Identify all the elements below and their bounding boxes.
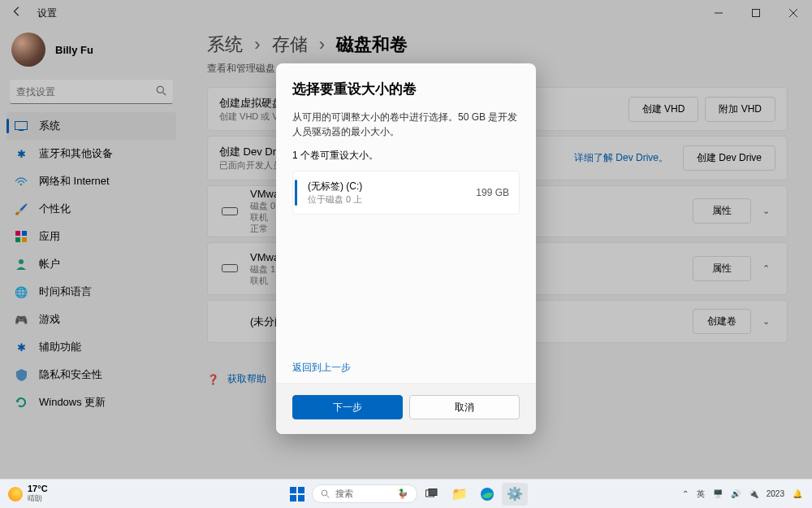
volume-location: 位于磁盘 0 上 (308, 193, 476, 206)
weather-icon (8, 487, 23, 501)
dialog-back-link[interactable]: 返回到上一步 (292, 361, 520, 375)
svg-line-19 (327, 495, 330, 497)
volume-item[interactable]: (无标签) (C:) 位于磁盘 0 上 199 GB (292, 171, 520, 215)
explorer-icon[interactable]: 📁 (447, 483, 473, 506)
svg-rect-16 (290, 495, 296, 501)
svg-rect-17 (298, 495, 304, 501)
tray-network-icon[interactable]: 🖥️ (713, 489, 723, 498)
volume-size: 199 GB (476, 187, 509, 198)
svg-rect-14 (290, 487, 296, 493)
svg-rect-21 (429, 488, 437, 495)
taskbar-weather[interactable]: 17°C 晴朗 (0, 484, 48, 504)
cancel-button[interactable]: 取消 (409, 395, 520, 419)
tray-battery-icon[interactable]: 🔌 (749, 489, 758, 498)
tray-volume-icon[interactable]: 🔊 (731, 489, 741, 498)
notifications-icon[interactable]: 🔔 (793, 489, 802, 498)
dialog-title: 选择要重设大小的卷 (292, 80, 520, 98)
tray-chevron-icon[interactable]: ⌃ (682, 489, 689, 498)
svg-rect-15 (298, 487, 304, 493)
task-view-button[interactable] (419, 483, 445, 506)
settings-icon[interactable]: ⚙️ (502, 483, 528, 506)
tray-clock[interactable]: 2023 (767, 489, 784, 498)
dialog-description: 从可用的可调整大小的卷中进行选择。50 GB 是开发人员驱动器的最小大小。 (292, 110, 520, 139)
taskbar-search[interactable]: 搜索 🦆 (312, 484, 417, 503)
resize-volume-dialog: 选择要重设大小的卷 从可用的可调整大小的卷中进行选择。50 GB 是开发人员驱动… (276, 63, 536, 434)
dialog-count: 1 个卷可重设大小。 (292, 149, 520, 163)
modal-overlay: 选择要重设大小的卷 从可用的可调整大小的卷中进行选择。50 GB 是开发人员驱动… (0, 0, 812, 508)
volume-name: (无标签) (C:) (308, 180, 476, 193)
svg-point-18 (322, 490, 327, 496)
start-button[interactable] (284, 483, 310, 506)
ime-indicator[interactable]: 英 (697, 488, 705, 500)
taskbar: 17°C 晴朗 搜索 🦆 📁 ⚙️ ⌃ 英 🖥️ 🔊 🔌 2023 🔔 (0, 479, 812, 508)
next-button[interactable]: 下一步 (292, 395, 403, 419)
edge-icon[interactable] (474, 483, 500, 506)
